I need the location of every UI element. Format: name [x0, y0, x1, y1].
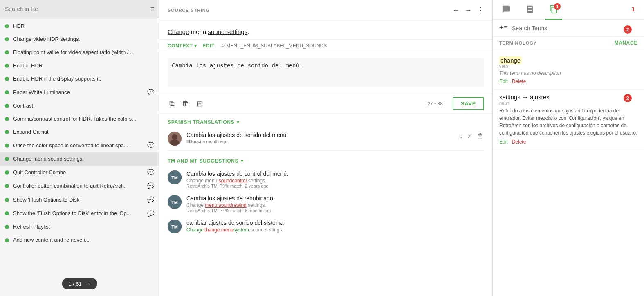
tm-suggestion-2-text: Cambia los ajustes de rebobinado.: [186, 195, 484, 202]
term-settings-delete-btn[interactable]: Delete: [512, 139, 526, 145]
file-item-text-9: Expand Gamut: [13, 128, 154, 136]
right-tabs: 1 1: [493, 0, 644, 20]
pagination-bar[interactable]: 1 / 61 →: [62, 278, 97, 289]
file-item-16[interactable]: Refresh Playlist: [0, 220, 159, 233]
context-link[interactable]: CONTEXT ▾: [168, 43, 197, 49]
tm-suggestion-1-text: Cambia los ajustes de control del menú.: [186, 170, 484, 177]
file-item-text-15: Show the 'Flush Options to Disk' entry i…: [13, 210, 147, 217]
tm-suggestion-2: TM Cambia los ajustes de rebobinado. Cha…: [159, 192, 492, 216]
spanish-translations-title: SPANISH TRANSLATIONS: [168, 119, 234, 125]
tm-suggestion-2-content: Cambia los ajustes de rebobinado. Change…: [186, 195, 484, 213]
manage-link[interactable]: MANAGE: [615, 40, 637, 46]
user-suggestion-text: Cambia los ajustes de sonido del menú.: [186, 132, 455, 138]
delete-suggestion-btn[interactable]: 🗑: [477, 132, 484, 141]
translation-input[interactable]: Cambia los ajustes de sonido del menú.: [168, 58, 484, 87]
term-settings-actions: Edit Delete: [499, 139, 637, 145]
file-item-7[interactable]: Contrast: [0, 99, 159, 112]
add-term-icon[interactable]: +≡: [499, 24, 508, 32]
copy-tool-btn[interactable]: ⧉: [168, 98, 176, 110]
file-item-dot-5: [5, 77, 9, 81]
term-change-actions: Edit Delete: [499, 78, 637, 84]
file-item-dot-6: [5, 90, 9, 94]
file-item-text-11: Change menu sound settings.: [13, 155, 154, 163]
file-item-15[interactable]: Show the 'Flush Options to Disk' entry i…: [0, 207, 159, 221]
term-change-delete-btn[interactable]: Delete: [512, 78, 526, 84]
term-settings-edit-btn[interactable]: Edit: [499, 139, 508, 145]
tm-mt-header[interactable]: TM AND MT SUGGESTIONS ▾: [159, 152, 492, 167]
editor-toolbar: ⧉ 🗑 ⊞ 27 • 38 SAVE: [159, 94, 492, 114]
term-change: change verb This term has no description…: [493, 53, 644, 90]
left-panel: ≡ HDRChange video HDR settings.Floating …: [0, 0, 159, 296]
context-value: -> MENU_ENUM_SUBLABEL_MENU_SOUNDS: [220, 43, 327, 49]
svg-text:TM: TM: [171, 175, 178, 180]
search-input[interactable]: [5, 6, 150, 12]
tm-suggestion-3-text: cambiar ajustes de sonido del sistema: [186, 220, 484, 226]
term-settings: settings → ajustes noun Referido a los e…: [493, 90, 644, 150]
spanish-chevron: ▾: [237, 119, 239, 125]
term-settings-desc: Referido a los elementos que ajustan la …: [499, 107, 637, 137]
pagination-arrow[interactable]: →: [85, 280, 91, 287]
term-change-edit-btn[interactable]: Edit: [499, 78, 508, 84]
save-button[interactable]: SAVE: [453, 97, 484, 110]
file-item-14[interactable]: Show 'Flush Options to Disk'💬: [0, 193, 159, 207]
file-item-text-14: Show 'Flush Options to Disk': [13, 196, 147, 204]
svg-point-1: [170, 139, 179, 146]
next-icon[interactable]: →: [464, 6, 472, 15]
file-item-2[interactable]: Change video HDR settings.: [0, 33, 159, 46]
file-item-9[interactable]: Expand Gamut: [0, 126, 159, 139]
source-label: SOURCE STRING: [168, 8, 452, 13]
accept-suggestion-btn[interactable]: ✓: [467, 132, 473, 141]
tm-suggestion-3: TM cambiar ajustes de sonido del sistema…: [159, 216, 492, 237]
more-icon[interactable]: ⋮: [477, 6, 484, 15]
file-item-3[interactable]: Floating point value for video aspect ra…: [0, 46, 159, 59]
tab-glossary[interactable]: [521, 0, 539, 19]
right-search: +≡: [493, 20, 644, 37]
comment-icon-13: 💬: [147, 182, 154, 190]
search-bar: ≡: [0, 0, 159, 18]
split-tool-btn[interactable]: ⊞: [195, 98, 204, 110]
step-badge-1: 1: [627, 6, 639, 13]
file-item-5[interactable]: Enable HDR if the display supports it.: [0, 72, 159, 85]
file-item-13[interactable]: Controller button combination to quit Re…: [0, 179, 159, 193]
file-item-10[interactable]: Once the color space is converted to lin…: [0, 139, 159, 152]
tab-comments[interactable]: [498, 0, 515, 19]
file-item-11[interactable]: Change menu sound settings.: [0, 152, 159, 166]
file-item-dot-15: [5, 211, 9, 215]
tm-suggestion-3-source: Changechange menusystem sound settings.: [186, 227, 484, 233]
file-item-12[interactable]: Quit Controller Combo💬: [0, 166, 159, 179]
term-change-desc: This term has no description: [499, 70, 637, 76]
suggestions-area: SPANISH TRANSLATIONS ▾ Cambia los ajuste…: [159, 114, 492, 296]
file-item-dot-12: [5, 170, 9, 175]
file-item-dot-16: [5, 225, 9, 229]
tab-copies[interactable]: 1: [545, 0, 562, 19]
file-item-dot-2: [5, 37, 9, 41]
svg-text:TM: TM: [171, 200, 178, 205]
search-terms-input[interactable]: [512, 25, 637, 31]
edit-link[interactable]: EDIT: [202, 43, 215, 49]
file-item-4[interactable]: Enable HDR: [0, 59, 159, 72]
user-suggestion-content: Cambia los ajustes de sonido del menú. I…: [186, 132, 455, 144]
source-string-value: Change menu sound settings.: [168, 28, 249, 35]
user-suggestion-actions: 0 ✓ 🗑: [460, 132, 484, 141]
tm-suggestion-2-source: Change menu soundrewind settings.: [186, 202, 484, 208]
file-item-8[interactable]: Gamma/contrast control for HDR. Takes th…: [0, 112, 159, 126]
file-item-text-2: Change video HDR settings.: [13, 36, 154, 43]
term-settings-pos: noun: [499, 101, 637, 105]
tm-mt-chevron: ▾: [241, 158, 243, 164]
vote-count: 0: [460, 133, 462, 139]
file-item-1[interactable]: HDR: [0, 20, 159, 33]
prev-icon[interactable]: ←: [452, 6, 460, 15]
file-item-text-17: Add new content and remove i...: [13, 236, 154, 244]
nav-icons: ← → ⋮: [452, 6, 484, 15]
spanish-translations-header[interactable]: SPANISH TRANSLATIONS ▾: [159, 114, 492, 128]
pagination-text: 1 / 61: [68, 281, 82, 287]
file-item-text-8: Gamma/contrast control for HDR. Takes th…: [13, 115, 154, 123]
file-item-dot-4: [5, 64, 9, 68]
file-item-text-12: Quit Controller Combo: [13, 169, 147, 176]
file-item-dot-10: [5, 144, 9, 148]
file-item-6[interactable]: Paper White Luminance💬: [0, 85, 159, 99]
filter-icon[interactable]: ≡: [150, 5, 154, 13]
delete-tool-btn[interactable]: 🗑: [180, 98, 191, 110]
source-header: SOURCE STRING ← → ⋮: [159, 0, 492, 21]
file-item-17[interactable]: Add new content and remove i...: [0, 233, 159, 247]
